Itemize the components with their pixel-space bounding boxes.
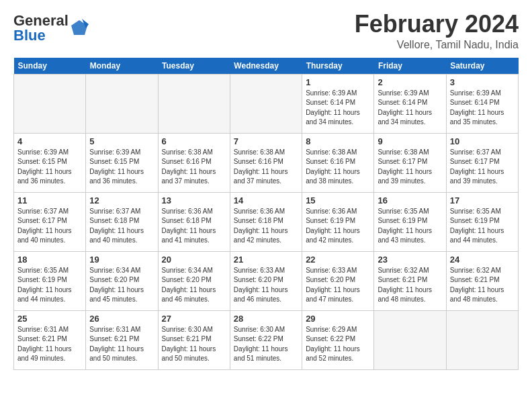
calendar-cell bbox=[158, 74, 230, 133]
calendar-cell: 11Sunrise: 6:37 AMSunset: 6:17 PMDayligh… bbox=[14, 192, 86, 251]
col-header-monday: Monday bbox=[86, 58, 158, 75]
day-info: Sunrise: 6:35 AMSunset: 6:19 PMDaylight:… bbox=[378, 207, 442, 246]
day-info: Sunrise: 6:33 AMSunset: 6:20 PMDaylight:… bbox=[306, 266, 370, 305]
calendar-cell: 12Sunrise: 6:37 AMSunset: 6:18 PMDayligh… bbox=[86, 192, 158, 251]
day-info: Sunrise: 6:38 AMSunset: 6:16 PMDaylight:… bbox=[234, 148, 298, 187]
calendar-cell bbox=[86, 74, 158, 133]
calendar-table: SundayMondayTuesdayWednesdayThursdayFrid… bbox=[13, 58, 519, 370]
calendar-cell: 22Sunrise: 6:33 AMSunset: 6:20 PMDayligh… bbox=[302, 251, 374, 310]
day-number: 20 bbox=[162, 255, 226, 265]
day-number: 19 bbox=[89, 255, 154, 265]
day-info: Sunrise: 6:39 AMSunset: 6:14 PMDaylight:… bbox=[450, 89, 515, 128]
calendar-cell: 7Sunrise: 6:38 AMSunset: 6:16 PMDaylight… bbox=[230, 133, 302, 192]
calendar-cell: 13Sunrise: 6:36 AMSunset: 6:18 PMDayligh… bbox=[158, 192, 230, 251]
day-number: 23 bbox=[378, 255, 442, 265]
day-info: Sunrise: 6:31 AMSunset: 6:21 PMDaylight:… bbox=[17, 325, 82, 364]
week-row-3: 11Sunrise: 6:37 AMSunset: 6:17 PMDayligh… bbox=[14, 192, 519, 251]
calendar-cell: 26Sunrise: 6:31 AMSunset: 6:21 PMDayligh… bbox=[86, 310, 158, 369]
day-number: 13 bbox=[162, 195, 226, 205]
calendar-cell: 17Sunrise: 6:35 AMSunset: 6:19 PMDayligh… bbox=[446, 192, 518, 251]
day-number: 27 bbox=[162, 314, 226, 324]
page-container: General Blue February 2024 Vellore, Tami… bbox=[0, 0, 532, 378]
day-number: 6 bbox=[162, 136, 226, 146]
week-row-5: 25Sunrise: 6:31 AMSunset: 6:21 PMDayligh… bbox=[14, 310, 519, 369]
calendar-cell: 14Sunrise: 6:36 AMSunset: 6:18 PMDayligh… bbox=[230, 192, 302, 251]
calendar-cell: 27Sunrise: 6:30 AMSunset: 6:21 PMDayligh… bbox=[158, 310, 230, 369]
day-info: Sunrise: 6:36 AMSunset: 6:18 PMDaylight:… bbox=[234, 207, 298, 246]
day-number: 4 bbox=[17, 136, 82, 146]
calendar-cell: 3Sunrise: 6:39 AMSunset: 6:14 PMDaylight… bbox=[446, 74, 518, 133]
day-number: 17 bbox=[450, 195, 515, 205]
calendar-cell bbox=[374, 310, 446, 369]
calendar-cell: 19Sunrise: 6:34 AMSunset: 6:20 PMDayligh… bbox=[86, 251, 158, 310]
day-number: 12 bbox=[89, 195, 154, 205]
day-info: Sunrise: 6:36 AMSunset: 6:19 PMDaylight:… bbox=[306, 207, 370, 246]
calendar-cell: 1Sunrise: 6:39 AMSunset: 6:14 PMDaylight… bbox=[302, 74, 374, 133]
col-header-saturday: Saturday bbox=[446, 58, 518, 75]
day-number: 26 bbox=[89, 314, 154, 324]
day-info: Sunrise: 6:34 AMSunset: 6:20 PMDaylight:… bbox=[89, 266, 154, 305]
day-number: 5 bbox=[89, 136, 154, 146]
day-info: Sunrise: 6:29 AMSunset: 6:22 PMDaylight:… bbox=[306, 325, 370, 364]
calendar-cell: 18Sunrise: 6:35 AMSunset: 6:19 PMDayligh… bbox=[14, 251, 86, 310]
col-header-wednesday: Wednesday bbox=[230, 58, 302, 75]
day-number: 14 bbox=[234, 195, 298, 205]
col-header-tuesday: Tuesday bbox=[158, 58, 230, 75]
subtitle: Vellore, Tamil Nadu, India bbox=[355, 39, 519, 51]
calendar-cell: 25Sunrise: 6:31 AMSunset: 6:21 PMDayligh… bbox=[14, 310, 86, 369]
calendar-cell bbox=[230, 74, 302, 133]
day-number: 2 bbox=[378, 77, 442, 87]
day-info: Sunrise: 6:35 AMSunset: 6:19 PMDaylight:… bbox=[17, 266, 82, 305]
logo-text: General Blue bbox=[13, 13, 69, 43]
day-info: Sunrise: 6:32 AMSunset: 6:21 PMDaylight:… bbox=[450, 266, 515, 305]
day-info: Sunrise: 6:34 AMSunset: 6:20 PMDaylight:… bbox=[162, 266, 226, 305]
week-row-4: 18Sunrise: 6:35 AMSunset: 6:19 PMDayligh… bbox=[14, 251, 519, 310]
day-number: 22 bbox=[306, 255, 370, 265]
calendar-cell bbox=[446, 310, 518, 369]
col-header-friday: Friday bbox=[374, 58, 446, 75]
day-info: Sunrise: 6:35 AMSunset: 6:19 PMDaylight:… bbox=[450, 207, 515, 246]
logo-icon bbox=[70, 19, 89, 38]
week-row-2: 4Sunrise: 6:39 AMSunset: 6:15 PMDaylight… bbox=[14, 133, 519, 192]
day-info: Sunrise: 6:39 AMSunset: 6:15 PMDaylight:… bbox=[89, 148, 154, 187]
header: General Blue February 2024 Vellore, Tami… bbox=[13, 11, 519, 51]
day-info: Sunrise: 6:37 AMSunset: 6:17 PMDaylight:… bbox=[450, 148, 515, 187]
day-info: Sunrise: 6:38 AMSunset: 6:16 PMDaylight:… bbox=[162, 148, 226, 187]
day-number: 18 bbox=[17, 255, 82, 265]
day-info: Sunrise: 6:37 AMSunset: 6:18 PMDaylight:… bbox=[89, 207, 154, 246]
main-title: February 2024 bbox=[355, 11, 519, 38]
day-info: Sunrise: 6:39 AMSunset: 6:14 PMDaylight:… bbox=[306, 89, 370, 128]
calendar-cell bbox=[14, 74, 86, 133]
day-number: 24 bbox=[450, 255, 515, 265]
day-number: 7 bbox=[234, 136, 298, 146]
day-number: 28 bbox=[234, 314, 298, 324]
day-number: 10 bbox=[450, 136, 515, 146]
calendar-header-row: SundayMondayTuesdayWednesdayThursdayFrid… bbox=[14, 58, 519, 75]
calendar-cell: 5Sunrise: 6:39 AMSunset: 6:15 PMDaylight… bbox=[86, 133, 158, 192]
calendar-cell: 6Sunrise: 6:38 AMSunset: 6:16 PMDaylight… bbox=[158, 133, 230, 192]
day-number: 3 bbox=[450, 77, 515, 87]
day-info: Sunrise: 6:30 AMSunset: 6:22 PMDaylight:… bbox=[234, 325, 298, 364]
day-info: Sunrise: 6:31 AMSunset: 6:21 PMDaylight:… bbox=[89, 325, 154, 364]
day-info: Sunrise: 6:39 AMSunset: 6:15 PMDaylight:… bbox=[17, 148, 82, 187]
day-number: 25 bbox=[17, 314, 82, 324]
col-header-sunday: Sunday bbox=[14, 58, 86, 75]
calendar-cell: 2Sunrise: 6:39 AMSunset: 6:14 PMDaylight… bbox=[374, 74, 446, 133]
calendar-cell: 9Sunrise: 6:38 AMSunset: 6:17 PMDaylight… bbox=[374, 133, 446, 192]
day-number: 9 bbox=[378, 136, 442, 146]
logo: General Blue bbox=[13, 13, 89, 43]
day-number: 8 bbox=[306, 136, 370, 146]
logo-blue: Blue bbox=[13, 27, 46, 44]
day-number: 29 bbox=[306, 314, 370, 324]
calendar-cell: 23Sunrise: 6:32 AMSunset: 6:21 PMDayligh… bbox=[374, 251, 446, 310]
day-number: 15 bbox=[306, 195, 370, 205]
col-header-thursday: Thursday bbox=[302, 58, 374, 75]
calendar-cell: 10Sunrise: 6:37 AMSunset: 6:17 PMDayligh… bbox=[446, 133, 518, 192]
calendar-cell: 21Sunrise: 6:33 AMSunset: 6:20 PMDayligh… bbox=[230, 251, 302, 310]
calendar-cell: 29Sunrise: 6:29 AMSunset: 6:22 PMDayligh… bbox=[302, 310, 374, 369]
day-info: Sunrise: 6:38 AMSunset: 6:16 PMDaylight:… bbox=[306, 148, 370, 187]
day-number: 1 bbox=[306, 77, 370, 87]
day-number: 11 bbox=[17, 195, 82, 205]
day-info: Sunrise: 6:36 AMSunset: 6:18 PMDaylight:… bbox=[162, 207, 226, 246]
day-number: 21 bbox=[234, 255, 298, 265]
